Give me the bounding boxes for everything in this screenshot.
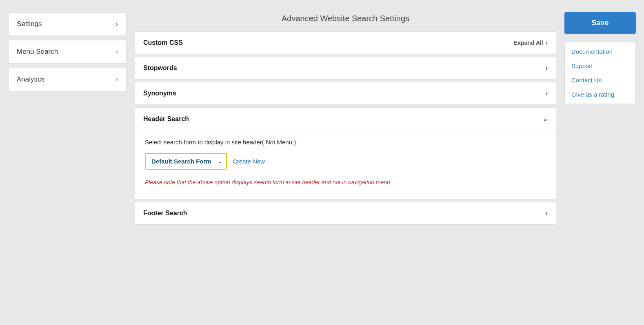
accordion-panel-custom-css: Custom CSS Expand All › [135,31,556,54]
page-title: Advanced Website Search Settings [135,8,556,31]
header-search-body: Select search form to display in site he… [135,130,556,199]
chevron-right-icon: › [116,76,118,83]
accordion-panel-stopwords: Stopwords › [135,57,556,80]
expand-all-label: Expand All [514,40,543,46]
chevron-right-icon: › [546,64,548,72]
accordion-panel-header-search: Header Search ⌄ Select search form to di… [135,107,556,199]
chevron-right-icon: › [116,48,118,55]
header-search-description: Select search form to display in site he… [145,139,546,146]
create-new-link[interactable]: Create New [233,158,265,165]
chevron-right-icon: › [116,20,118,28]
sidebar-item-settings-label: Settings [17,20,42,28]
left-sidebar: Settings › Menu Search › Analytics › [8,8,127,317]
sidebar-item-analytics-label: Analytics [17,75,44,84]
accordion-label-custom-css: Custom CSS [143,39,183,46]
expand-all-area: Expand All › [514,39,548,46]
right-sidebar: Save Documentation Support Contact Us Gi… [564,8,636,317]
give-rating-link[interactable]: Give us a rating [571,91,629,98]
accordion-header-header-search[interactable]: Header Search ⌄ [135,108,556,130]
sidebar-item-menu-search[interactable]: Menu Search › [8,40,127,64]
accordion-header-footer-search[interactable]: Footer Search › [135,202,556,224]
chevron-down-icon: ⌄ [542,115,548,123]
header-search-note: Please note that the above option displa… [145,178,431,187]
right-links-panel: Documentation Support Contact Us Give us… [564,42,636,104]
search-form-select[interactable]: Default Search Form [145,153,227,170]
accordion-label-footer-search: Footer Search [143,210,187,217]
chevron-right-icon: › [546,39,548,46]
save-button[interactable]: Save [564,12,636,34]
chevron-right-icon: › [546,90,548,97]
accordion-panel-footer-search: Footer Search › [135,202,556,225]
main-content: Advanced Website Search Settings Custom … [135,8,556,317]
accordion-header-custom-css[interactable]: Custom CSS Expand All › [135,32,556,54]
accordion-label-stopwords: Stopwords [143,64,177,72]
dropdown-row: Default Search Form ⌄ Create New [145,153,546,170]
sidebar-item-settings[interactable]: Settings › [8,12,127,36]
accordion-header-stopwords[interactable]: Stopwords › [135,57,556,79]
search-form-dropdown-wrapper: Default Search Form ⌄ [145,153,227,170]
accordion-label-synonyms: Synonyms [143,90,176,97]
accordion-header-synonyms[interactable]: Synonyms › [135,82,556,104]
support-link[interactable]: Support [571,62,629,69]
sidebar-item-analytics[interactable]: Analytics › [8,68,127,91]
chevron-right-icon: › [546,210,548,217]
accordion-label-header-search: Header Search [143,115,189,123]
sidebar-item-menu-search-label: Menu Search [17,48,58,56]
documentation-link[interactable]: Documentation [571,48,629,55]
accordion-panel-synonyms: Synonyms › [135,82,556,105]
contact-us-link[interactable]: Contact Us [571,77,629,84]
